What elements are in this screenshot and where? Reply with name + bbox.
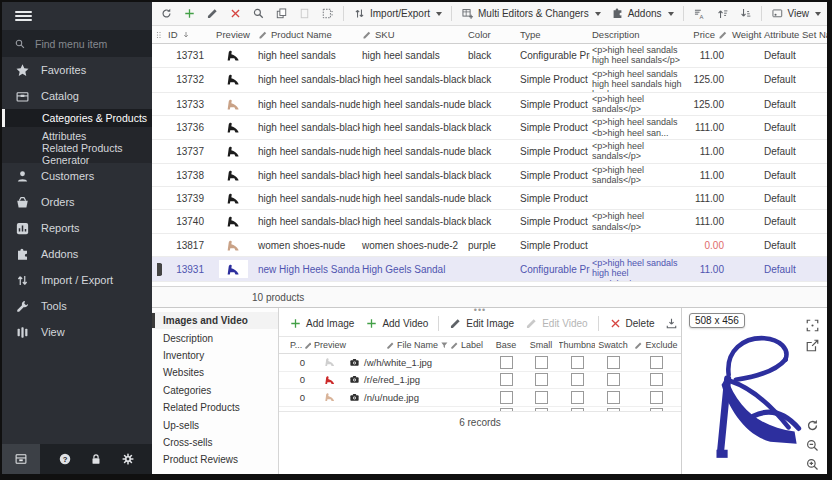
column-header-base[interactable]: Base [489, 340, 523, 350]
sidebar-item-orders[interactable]: Orders [2, 189, 152, 215]
view-menu[interactable]: View [767, 5, 826, 22]
hamburger-menu-button[interactable] [2, 2, 152, 30]
zoom-out-icon[interactable] [805, 438, 820, 453]
product-row[interactable]: 13740high heel sandals-black-38high heel… [152, 210, 827, 234]
delete-image-button[interactable]: Delete [605, 315, 659, 332]
product-row[interactable]: 13817women shoes-nudewomen shoes-nude-2p… [152, 234, 827, 257]
column-header-price[interactable]: Price [684, 29, 730, 40]
open-external-icon[interactable] [805, 338, 820, 353]
sidebar-item-reports[interactable]: Reports [2, 215, 152, 241]
column-header-preview[interactable]: Preview [311, 340, 349, 350]
sidebar-item-addons[interactable]: Addons [2, 241, 152, 267]
tab-related-products[interactable]: Related Products [152, 399, 278, 416]
column-header-file-name[interactable]: File Name [349, 340, 439, 350]
product-row[interactable]: 13732high heel sandals-blackhigh heel sa… [152, 68, 827, 93]
sort-button[interactable] [689, 5, 710, 22]
paste-special-button[interactable] [317, 5, 338, 22]
copy-button[interactable] [271, 5, 292, 22]
product-row[interactable]: 13736high heel sandals-black-36high heel… [152, 116, 827, 140]
zoom-in-icon[interactable] [805, 457, 820, 472]
column-header-exclude[interactable]: Exclude [631, 340, 681, 350]
sidebar-item-tools[interactable]: Tools [2, 293, 152, 319]
image-row[interactable]: 0/w/h/white_1.jpg [279, 354, 681, 372]
swatch-checkbox[interactable] [607, 391, 620, 404]
gear-icon[interactable] [121, 452, 135, 466]
small-checkbox[interactable] [535, 391, 548, 404]
splitter-handle[interactable]: ••• [474, 308, 486, 313]
search-button[interactable] [248, 5, 269, 22]
column-header-thumbnail[interactable]: Thumbna [559, 340, 595, 350]
expand-tree-button[interactable] [712, 5, 733, 22]
tab-product-reviews[interactable]: Product Reviews [152, 451, 278, 468]
tab-up-sells[interactable]: Up-sells [152, 416, 278, 433]
image-row[interactable]: 0/n/u/nude.jpg [279, 389, 681, 407]
image-row[interactable]: 0/r/e/red_1.jpg [279, 372, 681, 390]
add-video-button[interactable]: Add Video [361, 315, 432, 332]
import-export-menu[interactable]: Import/Export [349, 5, 446, 22]
tab-categories[interactable]: Categories [152, 382, 278, 399]
column-header-position[interactable]: P... [289, 340, 311, 350]
product-row[interactable]: 13931new High Heels SandalsHigh Geels Sa… [152, 257, 827, 282]
fit-image-icon[interactable] [805, 318, 820, 333]
tab-description[interactable]: Description [152, 329, 278, 346]
product-row[interactable]: 13733high heel sandals-nudehigh heel san… [152, 93, 827, 117]
column-header-type[interactable]: Type [518, 29, 590, 40]
sidebar-search-input[interactable] [33, 37, 137, 51]
column-header-description[interactable]: Description [590, 29, 684, 40]
addons-menu[interactable]: Addons [607, 5, 678, 22]
exclude-checkbox[interactable] [650, 373, 663, 386]
sidebar-item-import-export[interactable]: Import / Export [2, 267, 152, 293]
small-checkbox[interactable] [535, 356, 548, 369]
sidebar-item-catalog[interactable]: Catalog [2, 83, 152, 109]
exclude-checkbox[interactable] [650, 391, 663, 404]
sidebar-item-related-products-generator[interactable]: Related Products Generator [2, 145, 152, 163]
thumbnail-checkbox[interactable] [571, 391, 584, 404]
exclude-checkbox[interactable] [650, 356, 663, 369]
collapse-tree-button[interactable] [735, 5, 756, 22]
lock-icon[interactable] [89, 452, 103, 466]
column-header-attribute-set[interactable]: Attribute Set Name [762, 29, 827, 40]
edit-video-button[interactable]: Edit Video [521, 315, 591, 332]
store-manager-button[interactable] [2, 444, 40, 474]
column-header-small[interactable]: Small [523, 340, 559, 350]
paste-button[interactable] [294, 5, 315, 22]
thumbnail-checkbox[interactable] [571, 356, 584, 369]
sidebar-item-favorites[interactable]: Favorites [2, 57, 152, 83]
column-header-color[interactable]: Color [466, 29, 518, 40]
base-checkbox[interactable] [500, 391, 513, 404]
column-header-label[interactable]: Label [449, 340, 489, 350]
product-row[interactable]: 13738high heel sandals-black-37high heel… [152, 164, 827, 188]
sidebar-item-categories-products[interactable]: Categories & Products [2, 109, 152, 127]
column-header-sku[interactable]: SKU [360, 29, 466, 40]
file-name-filter[interactable] [439, 341, 449, 350]
delete-product-button[interactable] [225, 5, 246, 22]
product-row[interactable]: 13737high heel sandals-nude-36high heel … [152, 140, 827, 164]
column-header-swatch[interactable]: Swatch [595, 340, 631, 350]
base-checkbox[interactable] [500, 373, 513, 386]
add-product-button[interactable] [179, 5, 200, 22]
add-image-button[interactable]: Add Image [285, 315, 358, 332]
edit-product-button[interactable] [202, 5, 223, 22]
tab-cross-sells[interactable]: Cross-sells [152, 434, 278, 451]
tab-websites[interactable]: Websites [152, 364, 278, 381]
small-checkbox[interactable] [535, 373, 548, 386]
column-header-weight[interactable]: Weight [730, 29, 762, 40]
rotate-icon[interactable] [805, 418, 820, 433]
thumbnail-checkbox[interactable] [571, 373, 584, 386]
multi-editors-menu[interactable]: Multi Editors & Changers [457, 5, 605, 22]
row-marker-column-header[interactable] [152, 30, 166, 40]
tab-inventory[interactable]: Inventory [152, 347, 278, 364]
sidebar-search[interactable] [2, 30, 152, 57]
product-row[interactable]: 13731high heel sandalshigh heel sandalsb… [152, 44, 827, 68]
sidebar-item-view[interactable]: View [2, 319, 152, 345]
edit-image-button[interactable]: Edit Image [445, 315, 518, 332]
column-header-product-name[interactable]: Product Name [256, 29, 360, 40]
sidebar-item-customers[interactable]: Customers [2, 163, 152, 189]
product-row[interactable]: 13739high heel sandals-nude-37high heel … [152, 187, 827, 210]
swatch-checkbox[interactable] [607, 356, 620, 369]
column-header-preview[interactable]: Preview [210, 29, 256, 40]
help-icon[interactable] [58, 452, 72, 466]
swatch-checkbox[interactable] [607, 373, 620, 386]
base-checkbox[interactable] [500, 356, 513, 369]
refresh-button[interactable] [156, 5, 177, 22]
